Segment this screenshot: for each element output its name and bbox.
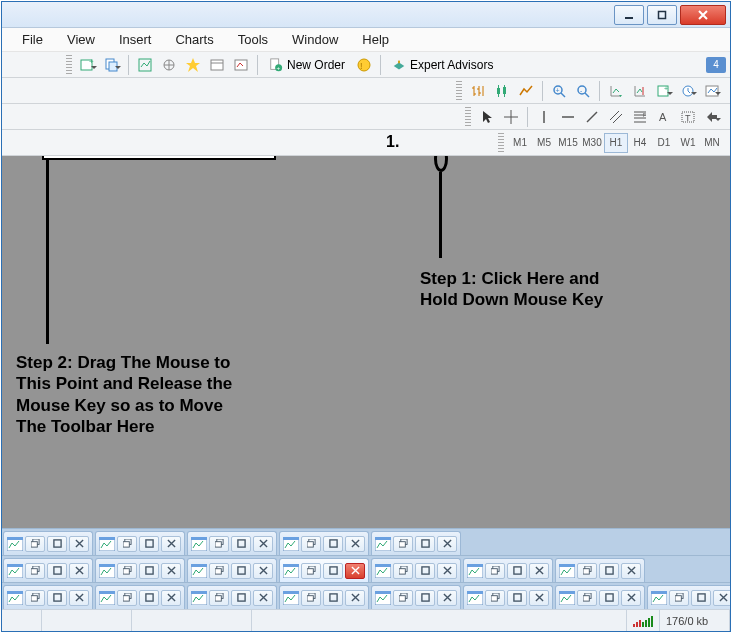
- tab-restore-button[interactable]: [577, 563, 597, 579]
- tab-close-button[interactable]: [437, 563, 457, 579]
- chart-tab[interactable]: [95, 531, 185, 555]
- tab-max-button[interactable]: [691, 590, 711, 606]
- tab-close-button[interactable]: [253, 563, 273, 579]
- tab-restore-button[interactable]: [393, 536, 413, 552]
- tab-close-button[interactable]: [437, 590, 457, 606]
- tab-max-button[interactable]: [323, 590, 343, 606]
- tab-restore-button[interactable]: [485, 590, 505, 606]
- tab-max-button[interactable]: [599, 590, 619, 606]
- chart-tab[interactable]: [95, 558, 185, 582]
- tf-w1[interactable]: W1: [676, 133, 700, 153]
- tab-max-button[interactable]: [323, 536, 343, 552]
- alerts-badge[interactable]: 4: [706, 57, 726, 73]
- chart-tab[interactable]: [187, 531, 277, 555]
- tab-close-button[interactable]: [345, 563, 365, 579]
- tf-h4[interactable]: H4: [628, 133, 652, 153]
- tab-max-button[interactable]: [139, 536, 159, 552]
- chart-tab[interactable]: [279, 558, 369, 582]
- data-window-button[interactable]: [182, 54, 204, 76]
- tab-max-button[interactable]: [47, 536, 67, 552]
- tab-max-button[interactable]: [507, 590, 527, 606]
- menu-tools[interactable]: Tools: [226, 30, 280, 49]
- indicators-button[interactable]: +: [653, 80, 675, 102]
- tab-max-button[interactable]: [139, 590, 159, 606]
- market-watch-button[interactable]: [134, 54, 156, 76]
- cursor-button[interactable]: [476, 106, 498, 128]
- tab-max-button[interactable]: [415, 563, 435, 579]
- chart-tab[interactable]: [3, 558, 93, 582]
- toolbar-grip[interactable]: [498, 133, 504, 153]
- chart-shift-button[interactable]: [629, 80, 651, 102]
- tab-close-button[interactable]: [69, 590, 89, 606]
- tab-restore-button[interactable]: [485, 563, 505, 579]
- tab-restore-button[interactable]: [117, 536, 137, 552]
- tab-close-button[interactable]: [161, 563, 181, 579]
- chart-tab[interactable]: [463, 585, 553, 609]
- minimize-button[interactable]: [614, 5, 644, 25]
- toolbar-grip[interactable]: [66, 55, 72, 75]
- tab-close-button[interactable]: [253, 590, 273, 606]
- tab-restore-button[interactable]: [301, 563, 321, 579]
- menu-view[interactable]: View: [55, 30, 107, 49]
- tab-restore-button[interactable]: [393, 590, 413, 606]
- tab-restore-button[interactable]: [209, 590, 229, 606]
- auto-scroll-button[interactable]: [605, 80, 627, 102]
- tab-close-button[interactable]: [69, 563, 89, 579]
- text-button[interactable]: A: [653, 106, 675, 128]
- chart-tab[interactable]: [555, 558, 645, 582]
- tab-restore-button[interactable]: [577, 590, 597, 606]
- tab-close-button[interactable]: [621, 563, 641, 579]
- tab-close-button[interactable]: [253, 536, 273, 552]
- tab-close-button[interactable]: [345, 536, 365, 552]
- candlestick-button[interactable]: [491, 80, 513, 102]
- chart-tab[interactable]: [279, 585, 369, 609]
- maximize-button[interactable]: [647, 5, 677, 25]
- tf-h1[interactable]: H1: [604, 133, 628, 153]
- terminal-button[interactable]: [206, 54, 228, 76]
- chart-tab[interactable]: [95, 585, 185, 609]
- line-chart-button[interactable]: [515, 80, 537, 102]
- menu-insert[interactable]: Insert: [107, 30, 164, 49]
- chart-tab[interactable]: [463, 558, 553, 582]
- tab-max-button[interactable]: [231, 536, 251, 552]
- tf-m30[interactable]: M30: [580, 133, 604, 153]
- chart-tab[interactable]: [279, 531, 369, 555]
- vertical-line-button[interactable]: [533, 106, 555, 128]
- bar-chart-button[interactable]: [467, 80, 489, 102]
- tab-restore-button[interactable]: [117, 590, 137, 606]
- tf-d1[interactable]: D1: [652, 133, 676, 153]
- menu-window[interactable]: Window: [280, 30, 350, 49]
- tab-close-button[interactable]: [529, 563, 549, 579]
- toolbar-grip[interactable]: [465, 107, 471, 127]
- crosshair-button[interactable]: [500, 106, 522, 128]
- profiles-button[interactable]: [101, 54, 123, 76]
- tab-max-button[interactable]: [323, 563, 343, 579]
- chart-tab[interactable]: [371, 585, 461, 609]
- tf-m15[interactable]: M15: [556, 133, 580, 153]
- tab-max-button[interactable]: [231, 563, 251, 579]
- strategy-tester-button[interactable]: [230, 54, 252, 76]
- menu-charts[interactable]: Charts: [163, 30, 225, 49]
- tab-restore-button[interactable]: [209, 536, 229, 552]
- tab-max-button[interactable]: [415, 590, 435, 606]
- tab-close-button[interactable]: [345, 590, 365, 606]
- tf-mn[interactable]: MN: [700, 133, 724, 153]
- menu-file[interactable]: File: [10, 30, 55, 49]
- tab-max-button[interactable]: [599, 563, 619, 579]
- zoom-in-button[interactable]: +: [548, 80, 570, 102]
- tab-restore-button[interactable]: [25, 536, 45, 552]
- tab-restore-button[interactable]: [209, 563, 229, 579]
- new-chart-button[interactable]: +: [77, 54, 99, 76]
- chart-tab[interactable]: [647, 585, 730, 609]
- tab-restore-button[interactable]: [669, 590, 689, 606]
- tab-max-button[interactable]: [415, 536, 435, 552]
- close-button[interactable]: [680, 5, 726, 25]
- autotrading-button[interactable]: !: [353, 54, 375, 76]
- tab-max-button[interactable]: [231, 590, 251, 606]
- menu-help[interactable]: Help: [350, 30, 401, 49]
- chart-tab[interactable]: [187, 585, 277, 609]
- text-label-button[interactable]: T: [677, 106, 699, 128]
- tab-restore-button[interactable]: [301, 590, 321, 606]
- tab-max-button[interactable]: [47, 563, 67, 579]
- tab-close-button[interactable]: [161, 536, 181, 552]
